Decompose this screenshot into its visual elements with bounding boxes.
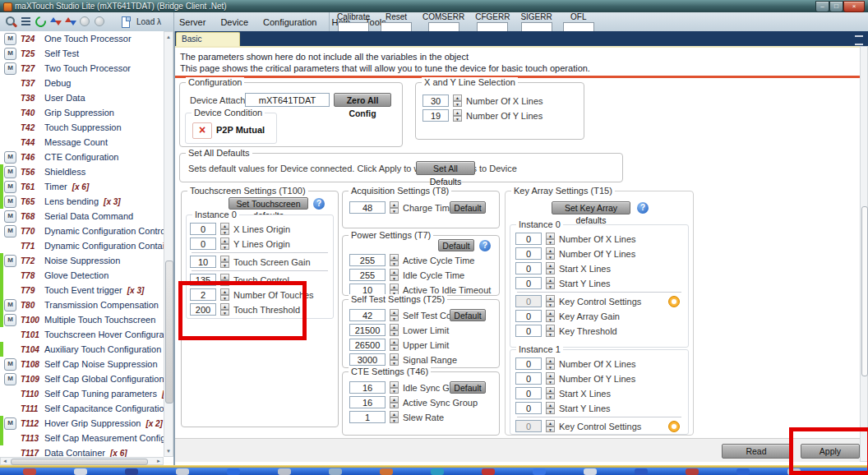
value-input[interactable]: 0 — [515, 372, 542, 385]
mutual-object-icon[interactable]: M — [4, 62, 16, 75]
taskbar-icon[interactable] — [227, 468, 240, 475]
taskbar-icon[interactable] — [176, 468, 189, 475]
value-input[interactable]: 30 — [422, 95, 449, 107]
tree-hscrollbar-thumb[interactable] — [11, 459, 148, 465]
keyarray-help-icon[interactable]: ? — [637, 202, 649, 214]
spinner-buttons[interactable]: ▲▼ — [546, 295, 555, 307]
mutual-object-icon[interactable]: M — [4, 48, 16, 60]
value-input[interactable]: 0 — [515, 247, 542, 260]
spinner-buttons[interactable]: ▲▼ — [546, 233, 555, 245]
history-back-icon[interactable] — [78, 15, 91, 28]
spinner-buttons[interactable]: ▲▼ — [546, 277, 555, 289]
taskbar-icon[interactable] — [482, 468, 495, 475]
taskbar-icon[interactable] — [635, 468, 648, 475]
tree-item-t108[interactable]: MT108Self Cap Noise Suppression — [0, 357, 164, 371]
spinner-buttons[interactable]: ▲▼ — [453, 109, 462, 122]
value-input[interactable]: 0 — [515, 233, 542, 245]
value-input[interactable]: 0 — [515, 310, 542, 322]
power-default-button[interactable]: Default — [438, 239, 474, 251]
sort-descending-icon[interactable] — [63, 15, 76, 28]
mutual-object-icon[interactable]: M — [4, 417, 16, 430]
spinner-buttons[interactable]: ▲▼ — [453, 95, 462, 107]
tree-item-t56[interactable]: MT56Shieldless — [0, 164, 164, 179]
tab-basic-settings[interactable]: Basic Settings× — [176, 32, 240, 46]
scroll-up-icon[interactable]: ▲ — [164, 33, 173, 41]
device-attached-field[interactable]: mXT641TDAT — [245, 93, 330, 107]
taskbar-icon[interactable] — [278, 468, 291, 475]
tree-item-t78[interactable]: MT78Glove Detection — [0, 268, 164, 283]
value-input[interactable]: 200 — [190, 303, 216, 316]
tree-item-t109[interactable]: MT109Self Cap Global Configuration — [0, 371, 164, 386]
spinner-buttons[interactable]: ▲▼ — [390, 353, 399, 366]
tree-item-t37[interactable]: MT37Debug — [0, 76, 164, 90]
value-input[interactable]: 0 — [190, 238, 216, 250]
minimize-button[interactable]: – — [815, 1, 829, 12]
close-button[interactable]: × — [843, 1, 865, 12]
tree-item-t24[interactable]: MT24One Touch Processor — [0, 31, 164, 46]
tree-item-t38[interactable]: MT38User Data — [0, 90, 164, 105]
mutual-object-icon[interactable]: M — [4, 151, 16, 164]
value-input[interactable]: 255 — [349, 254, 386, 266]
parameter-list-icon[interactable] — [19, 15, 32, 28]
spinner-buttons[interactable]: ▲▼ — [390, 381, 399, 394]
value-input[interactable]: 135 — [190, 274, 216, 286]
value-input[interactable]: 19 — [422, 109, 449, 122]
tree-item-t117[interactable]: MT117Data Container[x 6] — [0, 445, 164, 457]
indicator-comserr[interactable]: COMSERR — [422, 12, 464, 32]
menu-configuration[interactable]: Configuration — [263, 17, 316, 27]
power-help-icon[interactable]: ? — [479, 240, 491, 251]
tree-item-t72[interactable]: MT72Noise Suppression — [0, 253, 164, 268]
default-button[interactable]: Default — [450, 309, 486, 321]
search-icon[interactable] — [4, 15, 17, 28]
tree-vertical-scrollbar[interactable]: ▲ ▼ — [164, 31, 173, 457]
value-input[interactable]: 16 — [349, 396, 386, 408]
mutual-object-icon[interactable]: M — [4, 210, 16, 223]
scroll-right-icon[interactable]: ► — [155, 458, 162, 465]
spinner-buttons[interactable]: ▲▼ — [220, 238, 229, 250]
tree-item-t46[interactable]: MT46CTE Configuration — [0, 150, 164, 164]
mutual-object-icon[interactable]: M — [4, 373, 16, 385]
tree-item-t111[interactable]: MT111Self Capacitance Configuration[x 3] — [0, 401, 164, 416]
taskbar-icon[interactable] — [584, 468, 597, 475]
tree-item-t61[interactable]: MT61Timer[x 6] — [0, 179, 164, 194]
spinner-buttons[interactable]: ▲▼ — [546, 372, 555, 385]
refresh-icon[interactable] — [34, 15, 47, 28]
tree-horizontal-scrollbar[interactable]: ◄ ► — [0, 457, 164, 465]
value-input[interactable]: 255 — [349, 269, 386, 281]
windows-taskbar[interactable] — [0, 468, 868, 475]
read-button[interactable]: Read — [722, 444, 791, 459]
main-scrollbar-thumb[interactable] — [861, 206, 868, 376]
scroll-down-icon[interactable]: ▼ — [164, 447, 173, 455]
indicator-calibrate[interactable]: Calibrate — [337, 12, 370, 32]
mutual-object-icon[interactable]: M — [4, 166, 16, 178]
spinner-buttons[interactable]: ▲▼ — [390, 254, 399, 266]
value-input[interactable]: 0 — [190, 223, 216, 235]
spinner-buttons[interactable]: ▲▼ — [546, 325, 555, 337]
value-input[interactable]: 1 — [349, 411, 386, 423]
tab-strip-menu-icon[interactable] — [855, 35, 863, 45]
tree-item-t101[interactable]: MT101Touchscreen Hover Configuration — [0, 327, 164, 342]
tree-item-t25[interactable]: MT25Self Test — [0, 46, 164, 61]
spinner-buttons[interactable]: ▲▼ — [390, 339, 399, 351]
main-vertical-scrollbar[interactable] — [860, 46, 868, 462]
spinner-buttons[interactable]: ▲▼ — [546, 310, 555, 322]
taskbar-icon[interactable] — [787, 468, 801, 475]
spinner-buttons[interactable]: ▲▼ — [390, 309, 399, 321]
tree-item-t100[interactable]: MT100Multiple Touch Touchscreen — [0, 312, 164, 327]
taskbar-icon[interactable] — [431, 468, 444, 475]
tree-item-t65[interactable]: MT65Lens bending[x 3] — [0, 194, 164, 209]
taskbar-icon[interactable] — [74, 468, 87, 475]
mutual-object-icon[interactable]: M — [4, 314, 16, 326]
taskbar-icon[interactable] — [686, 468, 699, 475]
spinner-buttons[interactable]: ▲▼ — [390, 411, 399, 423]
touchscreen-help-icon[interactable]: ? — [313, 198, 325, 210]
menu-device[interactable]: Device — [220, 17, 248, 27]
value-input[interactable]: 2 — [190, 288, 216, 301]
spinner-buttons[interactable]: ▲▼ — [220, 256, 229, 268]
indicator-reset[interactable]: Reset — [381, 12, 412, 32]
spinner-buttons[interactable]: ▲▼ — [546, 247, 555, 260]
value-input[interactable]: 0 — [515, 325, 542, 337]
taskbar-icon[interactable] — [329, 468, 342, 475]
indicator-ofl[interactable]: OFL — [563, 12, 594, 32]
load-config-button[interactable]: Load λ — [118, 16, 161, 29]
